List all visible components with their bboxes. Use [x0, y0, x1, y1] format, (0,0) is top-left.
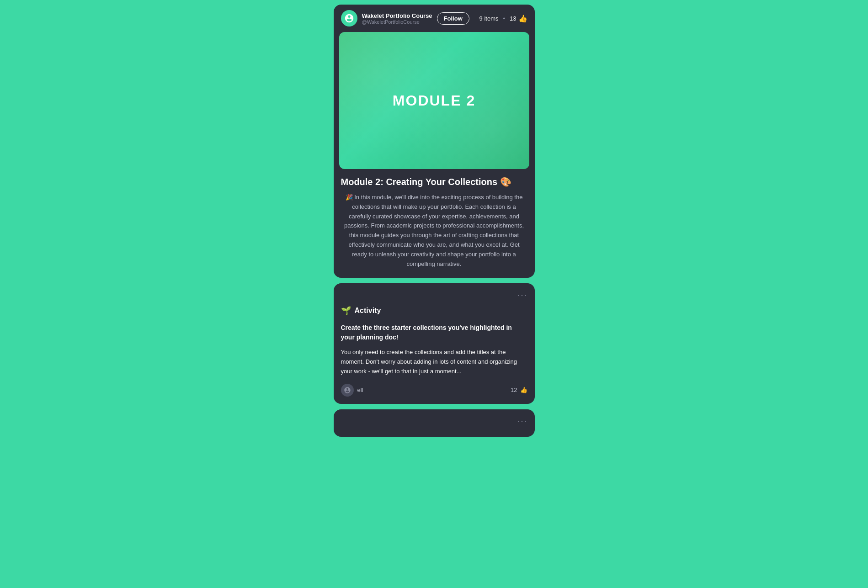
profile-name: Wakelet Portfolio Course	[362, 12, 432, 19]
activity-emoji: 🌱	[341, 306, 351, 316]
module-banner: MODULE 2	[339, 32, 529, 169]
follow-button[interactable]: Follow	[437, 12, 469, 25]
activity-card: ··· 🌱 Activity Create the three starter …	[334, 283, 535, 403]
profile-section: Wakelet Portfolio Course @WakeletPortfol…	[341, 10, 469, 26]
module-title: MODULE 2	[393, 92, 475, 109]
activity-username: ell	[357, 387, 363, 393]
items-count-text: 9 items	[479, 15, 499, 22]
activity-title: Activity	[355, 307, 381, 315]
activity-likes: 12 👍	[511, 387, 527, 393]
avatar	[341, 10, 357, 26]
activity-user: ell	[341, 384, 363, 397]
profile-handle: @WakeletPortfolioCourse	[362, 19, 432, 25]
module-info: Module 2: Creating Your Collections 🎨 🎉 …	[334, 169, 535, 278]
activity-footer: ell 12 👍	[341, 384, 527, 397]
more-options-icon[interactable]: ···	[517, 291, 527, 300]
items-count: 9 items	[479, 15, 499, 22]
profile-text: Wakelet Portfolio Course @WakeletPortfol…	[362, 12, 432, 25]
module-description: 🎉 In this module, we'll dive into the ex…	[341, 193, 527, 269]
activity-like-count: 12	[511, 387, 517, 393]
third-card-more-icon[interactable]: ···	[517, 417, 527, 426]
activity-header: 🌱 Activity	[341, 306, 527, 316]
activity-sub-text: You only need to create the collections …	[341, 348, 527, 376]
activity-thumb-icon[interactable]: 👍	[520, 387, 527, 393]
like-count: 13	[510, 15, 516, 22]
top-card-header: Wakelet Portfolio Course @WakeletPortfol…	[334, 5, 535, 32]
dot-separator: •	[503, 15, 505, 22]
third-card-menu: ···	[341, 417, 527, 426]
thumb-up-icon[interactable]: 👍	[518, 14, 527, 23]
activity-avatar	[341, 384, 354, 397]
activity-card-menu: ···	[341, 291, 527, 300]
activity-content: Create the three starter collections you…	[341, 323, 527, 376]
header-right: 9 items • 13 👍	[479, 14, 527, 23]
module-heading: Module 2: Creating Your Collections 🎨	[341, 176, 527, 187]
like-section: 13 👍	[510, 14, 527, 23]
top-card: Wakelet Portfolio Course @WakeletPortfol…	[334, 5, 535, 278]
activity-main-text: Create the three starter collections you…	[341, 323, 527, 342]
third-card: ···	[334, 409, 535, 437]
main-container: Wakelet Portfolio Course @WakeletPortfol…	[334, 5, 535, 437]
